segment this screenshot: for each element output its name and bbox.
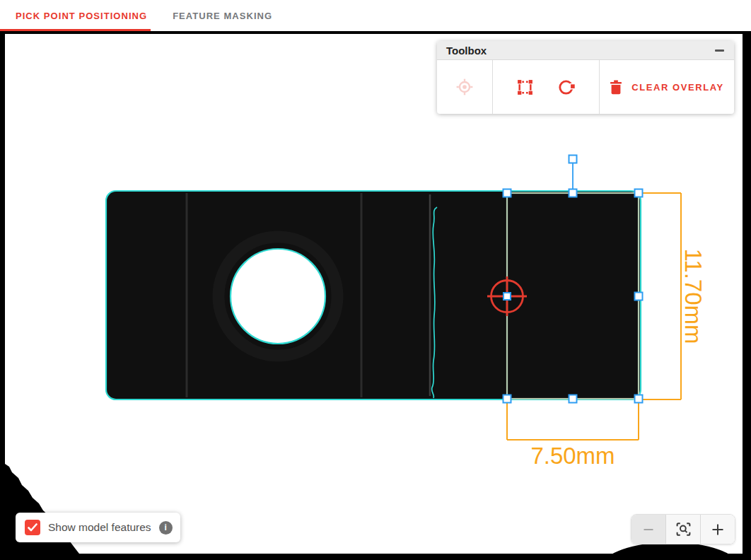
zoom-to-fit-button[interactable]	[665, 515, 700, 544]
toolbox-minimize-button[interactable]	[714, 45, 725, 56]
zoom-out-button[interactable]	[631, 515, 665, 544]
toolbox-body: CLEAR OVERLAY	[437, 60, 734, 114]
minus-icon	[715, 49, 724, 52]
info-icon[interactable]: i	[159, 521, 173, 535]
tab-feature-masking[interactable]: FEATURE MASKING	[173, 11, 272, 21]
rotate-icon	[557, 78, 576, 96]
scan-canvas[interactable]: 7.50mm 11.70mm	[5, 34, 743, 554]
minus-icon	[642, 523, 655, 536]
width-dimension-label: 7.50mm	[530, 443, 615, 469]
camera-viewport: 7.50mm 11.70mm	[0, 31, 751, 560]
toolbox-title: Toolbox	[446, 45, 487, 57]
handle-bottom-right	[635, 395, 643, 403]
handle-bottom-left	[503, 395, 511, 403]
zoom-fit-icon	[675, 521, 692, 537]
toolbox-panel: Toolbox	[437, 41, 734, 114]
plus-icon	[711, 523, 725, 537]
zoom-controls	[631, 514, 735, 544]
show-model-features-panel: Show model features i	[16, 513, 180, 542]
pick-point-positioning-app: PICK POINT POSITIONING FEATURE MASKING	[0, 0, 751, 560]
toolbox-header: Toolbox	[437, 41, 734, 60]
trash-icon	[610, 80, 622, 95]
clear-overlay-label: CLEAR OVERLAY	[631, 82, 723, 93]
part-hole	[231, 249, 325, 344]
show-model-features-label: Show model features	[48, 521, 151, 534]
clear-overlay-button[interactable]: CLEAR OVERLAY	[610, 80, 723, 95]
height-dimension-label: 11.70mm	[680, 248, 706, 344]
handle-top-left	[503, 189, 511, 197]
target-icon	[455, 78, 474, 96]
pick-point-center-handle	[503, 293, 511, 300]
checkmark-icon	[28, 523, 37, 532]
handle-bottom-mid	[569, 395, 577, 403]
set-pick-point-button[interactable]	[455, 78, 474, 96]
handle-mid-right	[635, 293, 643, 301]
bounding-box-tool-button[interactable]	[516, 78, 534, 96]
rotate-tool-button[interactable]	[557, 78, 576, 96]
zoom-in-button[interactable]	[700, 515, 735, 544]
scanned-part	[106, 191, 641, 399]
tab-pick-point-positioning[interactable]: PICK POINT POSITIONING	[16, 11, 147, 21]
tab-bar: PICK POINT POSITIONING FEATURE MASKING	[0, 0, 751, 31]
rotation-handle	[569, 156, 577, 163]
handle-top-mid	[569, 189, 577, 197]
show-model-features-checkbox[interactable]	[25, 520, 40, 535]
handle-top-right	[635, 189, 643, 197]
bounding-box-icon	[516, 78, 534, 96]
